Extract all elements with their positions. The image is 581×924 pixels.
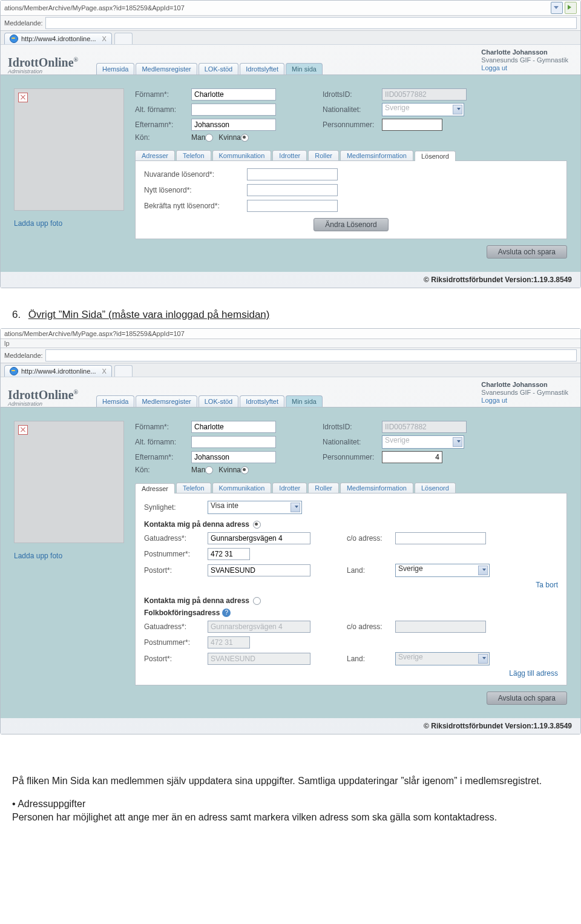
label-land1: Land:: [347, 566, 395, 575]
radio-man-b[interactable]: [205, 466, 213, 474]
input-postnr1[interactable]: [208, 548, 250, 560]
input-postort1[interactable]: [208, 564, 310, 576]
nav-idrottslyftet-b[interactable]: Idrottslyftet: [240, 395, 284, 407]
radio-kvinna[interactable]: [241, 134, 249, 142]
app-logo: IdrottOnline®: [8, 56, 78, 69]
nav-medlemsregister[interactable]: Medlemsregister: [136, 63, 197, 74]
logout-link-b[interactable]: Logga ut: [481, 397, 568, 404]
label-land2: Land:: [347, 655, 395, 663]
nav-medlemsregister-b[interactable]: Medlemsregister: [136, 395, 197, 407]
close-tab-icon[interactable]: X: [102, 35, 107, 42]
help-icon[interactable]: ?: [222, 609, 231, 617]
input-efternamn[interactable]: [191, 119, 276, 131]
input-personnummer-b[interactable]: [382, 451, 442, 463]
input-postnr2: [208, 636, 250, 648]
input-idrottsid-b: [382, 421, 467, 433]
input-confirm-pw[interactable]: [247, 200, 338, 212]
input-co1[interactable]: [395, 532, 486, 544]
tab-medlemsinfo[interactable]: Medlemsinformation: [340, 150, 413, 160]
help-menu[interactable]: lp: [1, 339, 580, 348]
input-fornamn-b[interactable]: [191, 421, 276, 433]
new-tab-button-b[interactable]: [114, 365, 133, 377]
label-kvinna: Kvinna: [218, 133, 241, 142]
input-alt-fornamn-b[interactable]: [191, 436, 276, 448]
input-gatu1[interactable]: [208, 532, 310, 544]
tab-adresser-b[interactable]: Adresser: [135, 483, 175, 493]
input-fornamn[interactable]: [191, 88, 276, 101]
tab-kommunikation-b[interactable]: Kommunikation: [212, 483, 272, 493]
radio-contact-secondary[interactable]: [253, 597, 261, 605]
nav-lokstod[interactable]: LOK-stöd: [199, 63, 238, 74]
logout-link[interactable]: Logga ut: [481, 64, 568, 72]
tab-idrotter-b[interactable]: Idrotter: [272, 483, 307, 493]
save-close-button[interactable]: Avsluta och spara: [487, 245, 567, 259]
radio-man[interactable]: [205, 134, 213, 142]
save-close-button-b[interactable]: Avsluta och spara: [487, 691, 567, 705]
select-land1[interactable]: Sverige: [395, 564, 490, 577]
label-synlighet: Synlighet:: [144, 503, 208, 512]
tab-kommunikation[interactable]: Kommunikation: [212, 150, 272, 160]
input-current-pw[interactable]: [247, 168, 338, 180]
label-fornamn-b: Förnamn*:: [135, 423, 191, 431]
meddelande-label-b: Meddelande:: [4, 352, 43, 359]
select-nationalitet-b[interactable]: Sverige: [382, 435, 464, 449]
profile-photo-placeholder-b: [14, 421, 124, 543]
meddelande-label: Meddelande:: [4, 19, 43, 27]
input-efternamn-b[interactable]: [191, 451, 276, 463]
upload-photo-link[interactable]: Ladda upp foto: [14, 219, 62, 228]
tab-roller-b[interactable]: Roller: [308, 483, 339, 493]
browser-tab[interactable]: http://www4.idrottonline... X: [4, 33, 112, 44]
change-password-button[interactable]: Ändra Lösenord: [313, 218, 388, 231]
radio-contact-primary[interactable]: [253, 521, 261, 529]
nav-minsida-b[interactable]: Min sida: [286, 395, 323, 407]
meddelande-input[interactable]: [45, 17, 577, 29]
nav-idrottslyftet[interactable]: Idrottslyftet: [240, 63, 284, 74]
label-efternamn-b: Efternamn*:: [135, 453, 191, 461]
input-new-pw[interactable]: [247, 184, 338, 196]
paragraph-2: Personen har möjlighet att ange mer än e…: [0, 811, 581, 824]
label-personnummer: Personnummer:: [323, 120, 382, 129]
section-heading: 6. Övrigt ”Min Sida” (måste vara inlogga…: [0, 309, 581, 321]
select-synlighet[interactable]: Visa inte: [208, 501, 302, 514]
label-postort1: Postort*:: [144, 566, 208, 575]
nav-minsida[interactable]: Min sida: [286, 63, 323, 74]
tab-telefon-b[interactable]: Telefon: [176, 483, 211, 493]
remove-address-link[interactable]: Ta bort: [536, 581, 558, 589]
close-tab-icon-b[interactable]: X: [102, 368, 107, 375]
label-kon: Kön:: [135, 133, 191, 142]
select-nationalitet[interactable]: Sverige: [382, 103, 464, 116]
url-dropdown-icon[interactable]: [551, 2, 563, 14]
tab-losenord[interactable]: Lösenord: [415, 151, 456, 161]
tab-adresser[interactable]: Adresser: [135, 150, 175, 160]
label-idrottsid: IdrottsID:: [323, 90, 382, 99]
nav-lokstod-b[interactable]: LOK-stöd: [199, 395, 238, 407]
user-name-b: Charlotte Johansson: [481, 381, 568, 389]
tab-losenord-b[interactable]: Lösenord: [415, 483, 456, 493]
tab-idrotter[interactable]: Idrotter: [272, 150, 307, 160]
browser-address-bar: ations/MemberArchive/MyPage.aspx?id=1852…: [1, 1, 580, 16]
input-alt-fornamn[interactable]: [191, 104, 276, 116]
user-org-b: Svanesunds GIF - Gymnastik: [481, 389, 568, 397]
label-man: Man: [191, 133, 205, 142]
radio-kvinna-b[interactable]: [241, 466, 249, 474]
label-confirm-pw: Bekräfta nytt lösenord*:: [144, 202, 247, 210]
tab-roller[interactable]: Roller: [308, 150, 339, 160]
user-info: Charlotte Johansson Svanesunds GIF - Gym…: [481, 48, 573, 74]
browser-tab-b[interactable]: http://www4.idrottonline... X: [4, 365, 112, 377]
ie-icon-b: [10, 367, 18, 375]
input-personnummer[interactable]: [382, 119, 442, 131]
meddelande-input-b[interactable]: [45, 349, 577, 361]
label-personnummer-b: Personnummer:: [323, 453, 382, 461]
tab-telefon[interactable]: Telefon: [176, 150, 211, 160]
main-nav: Hemsida Medlemsregister LOK-stöd Idrotts…: [96, 63, 324, 74]
add-address-link[interactable]: Lägg till adress: [509, 669, 558, 678]
tab-medlemsinfo-b[interactable]: Medlemsinformation: [340, 483, 413, 493]
new-tab-button[interactable]: [114, 33, 133, 44]
go-arrow-icon[interactable]: [565, 2, 577, 14]
nav-hemsida[interactable]: Hemsida: [96, 63, 134, 74]
label-current-pw: Nuvarande lösenord*:: [144, 170, 247, 179]
label-nationalitet: Nationalitet:: [323, 105, 382, 114]
label-postnr1: Postnummer*:: [144, 550, 208, 558]
nav-hemsida-b[interactable]: Hemsida: [96, 395, 134, 407]
upload-photo-link-b[interactable]: Ladda upp foto: [14, 552, 62, 560]
